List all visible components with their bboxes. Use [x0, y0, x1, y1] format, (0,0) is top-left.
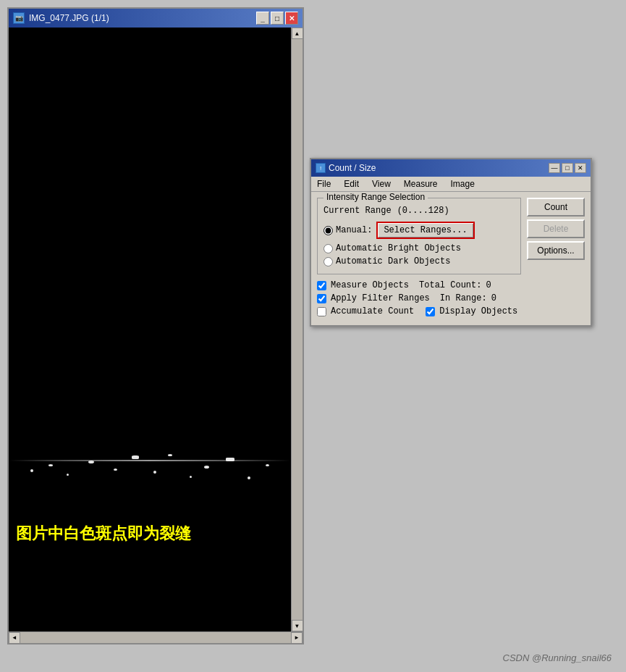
dialog-menubar: File Edit View Measure Image [311, 177, 591, 192]
watermark: CSDN @Running_snail66 [503, 652, 612, 663]
apply-filter-checkbox[interactable] [317, 294, 326, 303]
manual-row: Manual: Select Ranges... [323, 222, 515, 239]
right-scrollbar[interactable]: ▲ ▼ [291, 28, 303, 631]
spot [190, 476, 192, 478]
image-content-area: 图片中白色斑点即为裂缝 ▲ ▼ [9, 28, 303, 631]
scroll-up-arrow[interactable]: ▲ [292, 28, 303, 39]
menu-measure[interactable]: Measure [401, 178, 441, 190]
intensity-range-legend: Intensity Range Selection [323, 192, 428, 202]
select-ranges-button[interactable]: Select Ranges... [376, 222, 474, 239]
menu-view[interactable]: View [369, 178, 394, 190]
spot [88, 461, 94, 463]
spot [248, 476, 250, 479]
accumulate-display-row: Accumulate Count Display Objects [317, 306, 521, 316]
total-count-label: Total Count: [419, 280, 481, 290]
dialog-body: Intensity Range Selection Current Range … [311, 192, 591, 325]
dialog-left-panel: Intensity Range Selection Current Range … [317, 198, 521, 319]
spot [30, 469, 33, 472]
image-titlebar: 📷 IMG_0477.JPG (1/1) _ □ ✕ [9, 9, 303, 28]
dialog-close-btn[interactable]: ✕ [575, 163, 586, 173]
auto-dark-row: Automatic Dark Objects [323, 256, 515, 266]
auto-dark-label[interactable]: Automatic Dark Objects [323, 256, 450, 266]
current-range-label: Current Range [323, 206, 392, 216]
auto-bright-radio[interactable] [323, 244, 333, 253]
count-button[interactable]: Count [527, 198, 585, 217]
manual-label: Manual: [336, 225, 372, 235]
menu-edit[interactable]: Edit [341, 178, 362, 190]
dialog-titlebar-buttons: — □ ✕ [549, 163, 586, 173]
apply-filter-row: Apply Filter Ranges In Range: 0 [317, 293, 521, 303]
scroll-track-bottom[interactable] [20, 632, 291, 643]
spot [204, 466, 209, 469]
auto-dark-text: Automatic Dark Objects [336, 256, 450, 266]
dialog-title-label: Count / Size [329, 163, 376, 173]
measure-objects-checkbox[interactable] [317, 281, 326, 290]
image-title-area: 📷 IMG_0477.JPG (1/1) [13, 12, 109, 24]
image-window-title: IMG_0477.JPG (1/1) [29, 13, 109, 23]
spot [226, 458, 234, 461]
current-range-value: (0....128) [397, 206, 449, 216]
scroll-down-arrow[interactable]: ▼ [292, 620, 303, 631]
manual-radio-label[interactable]: Manual: [323, 225, 372, 235]
dialog-right-panel: Count Delete Options... [527, 198, 585, 319]
auto-bright-label[interactable]: Automatic Bright Objects [323, 243, 461, 253]
close-button[interactable]: ✕ [285, 12, 298, 25]
measure-objects-label: Measure Objects [331, 280, 409, 290]
spot [114, 469, 117, 471]
menu-file[interactable]: File [314, 178, 334, 190]
image-overlay-text: 图片中白色斑点即为裂缝 [16, 523, 191, 545]
manual-radio[interactable] [323, 226, 333, 235]
dialog-maximize-btn[interactable]: □ [562, 163, 573, 173]
white-spots-area [9, 443, 291, 487]
auto-dark-radio[interactable] [323, 257, 333, 266]
in-range-value: 0 [491, 293, 496, 303]
dialog-titlebar: ! Count / Size — □ ✕ [311, 159, 591, 177]
menu-image[interactable]: Image [448, 178, 478, 190]
delete-button[interactable]: Delete [527, 219, 585, 238]
spot [67, 474, 69, 476]
current-range-row: Current Range (0....128) [323, 206, 515, 216]
scroll-right-arrow[interactable]: ► [291, 632, 303, 644]
in-range-label: In Range: [440, 293, 487, 303]
intensity-range-group: Intensity Range Selection Current Range … [317, 198, 521, 274]
accumulate-count-checkbox[interactable] [317, 307, 326, 316]
bottom-scrollbar[interactable]: ◄ ► [9, 631, 303, 643]
accumulate-count-label: Accumulate Count [331, 306, 414, 316]
spot [153, 471, 156, 474]
spot [168, 454, 172, 456]
checkboxes-section: Measure Objects Total Count: 0 Apply Fil… [317, 280, 521, 316]
scroll-left-arrow[interactable]: ◄ [9, 632, 20, 644]
dialog-app-icon: ! [316, 163, 326, 173]
scroll-track-right[interactable] [292, 39, 303, 620]
count-size-dialog: ! Count / Size — □ ✕ File Edit View Meas… [310, 158, 592, 327]
measure-objects-row: Measure Objects Total Count: 0 [317, 280, 521, 290]
maximize-button[interactable]: □ [271, 12, 284, 25]
auto-bright-row: Automatic Bright Objects [323, 243, 515, 253]
display-objects-label: Display Objects [439, 306, 517, 316]
dialog-title-area: ! Count / Size [316, 163, 376, 173]
dialog-minimize-btn[interactable]: — [549, 163, 560, 173]
spot [266, 464, 269, 466]
spot [132, 455, 139, 459]
options-button[interactable]: Options... [527, 241, 585, 260]
apply-filter-label: Apply Filter Ranges [331, 293, 430, 303]
spot [48, 464, 53, 466]
image-titlebar-buttons: _ □ ✕ [256, 12, 298, 25]
display-objects-checkbox[interactable] [426, 307, 435, 316]
minimize-button[interactable]: _ [256, 12, 269, 25]
image-window-icon: 📷 [13, 12, 25, 24]
image-window: 📷 IMG_0477.JPG (1/1) _ □ ✕ 图片中白色斑点即为裂缝 [7, 7, 304, 644]
total-count-value: 0 [486, 280, 491, 290]
auto-bright-text: Automatic Bright Objects [336, 243, 461, 253]
